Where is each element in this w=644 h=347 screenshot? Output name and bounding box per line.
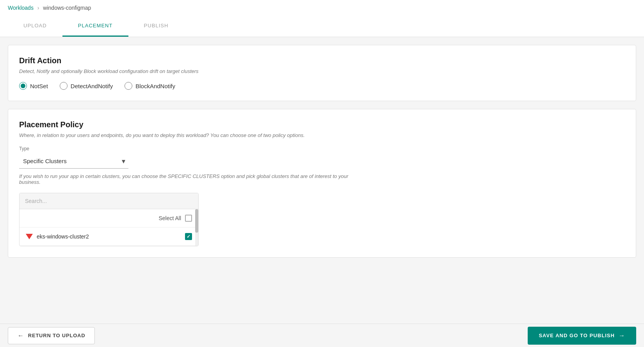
drift-action-subtitle: Detect, Notify and optionally Block work…: [19, 68, 625, 74]
radio-detectandnotify-label: DetectAndNotify: [71, 83, 113, 89]
cluster-row: eks-windows-cluster2: [20, 228, 198, 246]
breadcrumb: Workloads › windows-configmap: [0, 0, 644, 16]
cluster-collapse-icon[interactable]: [26, 234, 33, 239]
radio-notset[interactable]: NotSet: [19, 82, 48, 90]
cluster-list-body: Select All eks-windows-cluster2: [20, 209, 198, 246]
tab-publish[interactable]: PUBLISH: [128, 16, 184, 37]
tab-placement[interactable]: PLACEMENT: [62, 16, 128, 37]
drift-action-title: Drift Action: [19, 56, 625, 65]
cluster-checkbox[interactable]: [185, 233, 192, 240]
select-all-row: Select All: [20, 209, 198, 228]
tab-bar: UPLOAD PLACEMENT PUBLISH: [0, 16, 644, 37]
scrollbar-thumb[interactable]: [195, 209, 198, 233]
arrow-left-icon: [18, 332, 24, 339]
return-label: RETURN TO UPLOAD: [28, 333, 85, 338]
radio-blockandnotify-label: BlockAndNotify: [135, 83, 175, 89]
cluster-panel: Select All eks-windows-cluster2: [19, 193, 199, 246]
placement-policy-title: Placement Policy: [19, 120, 625, 129]
bottom-bar: RETURN TO UPLOAD SAVE AND GO TO PUBLISH: [0, 324, 644, 347]
type-select[interactable]: Specific Clusters All Clusters: [19, 154, 128, 169]
cluster-row-left: eks-windows-cluster2: [26, 233, 89, 240]
tab-upload[interactable]: UPLOAD: [8, 16, 62, 37]
arrow-right-icon: [619, 332, 625, 339]
type-label: Type: [19, 146, 625, 151]
main-content: Drift Action Detect, Notify and optional…: [0, 37, 644, 304]
radio-notset-input[interactable]: [19, 82, 27, 90]
breadcrumb-link[interactable]: Workloads: [8, 5, 34, 11]
breadcrumb-separator: ›: [37, 5, 39, 11]
select-all-label: Select All: [158, 215, 181, 221]
select-all-checkbox[interactable]: [185, 215, 192, 222]
radio-detectandnotify[interactable]: DetectAndNotify: [60, 82, 113, 90]
breadcrumb-current: windows-configmap: [43, 5, 91, 11]
placement-policy-card: Placement Policy Where, in relation to y…: [8, 109, 636, 258]
save-label: SAVE AND GO TO PUBLISH: [539, 333, 615, 338]
placement-policy-subtitle: Where, in relation to your users and end…: [19, 132, 625, 138]
cluster-search-input[interactable]: [20, 193, 198, 209]
drift-action-radio-group: NotSet DetectAndNotify BlockAndNotify: [19, 82, 625, 90]
cluster-name: eks-windows-cluster2: [37, 233, 89, 240]
drift-action-card: Drift Action Detect, Notify and optional…: [8, 45, 636, 101]
radio-detectandnotify-input[interactable]: [60, 82, 68, 90]
save-and-publish-button[interactable]: SAVE AND GO TO PUBLISH: [528, 327, 636, 345]
type-select-wrapper: Specific Clusters All Clusters ▾: [19, 154, 128, 169]
radio-blockandnotify-input[interactable]: [125, 82, 132, 90]
radio-blockandnotify[interactable]: BlockAndNotify: [125, 82, 175, 90]
hint-text: If you wish to run your app in certain c…: [19, 173, 370, 185]
radio-notset-label: NotSet: [30, 83, 48, 89]
scrollbar-track: [195, 209, 198, 246]
return-to-upload-button[interactable]: RETURN TO UPLOAD: [8, 327, 95, 344]
